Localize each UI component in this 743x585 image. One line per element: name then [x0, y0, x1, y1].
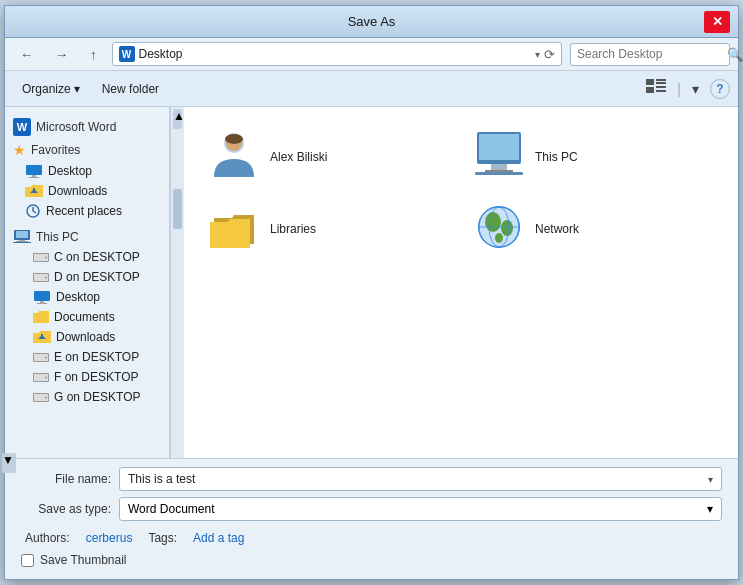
libraries-icon [208, 204, 260, 253]
svg-rect-15 [16, 231, 28, 238]
sidebar-item-documents[interactable]: Documents [5, 307, 169, 327]
content-item-alex[interactable]: Alex Biliski [200, 123, 457, 190]
svg-point-50 [501, 220, 513, 236]
sidebar-item-thispc[interactable]: This PC [5, 227, 169, 247]
sidebar-g-label: G on DESKTOP [54, 390, 140, 404]
address-text[interactable]: Desktop [139, 47, 532, 61]
sidebar-favorites-label: Favorites [31, 143, 80, 157]
drive-d-icon [33, 271, 49, 283]
sidebar-thispc-label: This PC [36, 230, 79, 244]
address-word-icon: W [119, 46, 135, 62]
add-tag-link[interactable]: Add a tag [193, 531, 244, 545]
svg-rect-18 [13, 242, 31, 243]
sidebar-item-desktop[interactable]: Desktop [5, 161, 169, 181]
svg-rect-25 [34, 291, 50, 301]
svg-line-13 [33, 211, 36, 213]
sidebar-e-label: E on DESKTOP [54, 350, 139, 364]
sidebar-item-f[interactable]: F on DESKTOP [5, 367, 169, 387]
scrollbar-thumb[interactable] [173, 189, 182, 229]
scrollbar-down-arrow[interactable]: ▼ [5, 453, 16, 458]
svg-rect-10 [33, 188, 35, 193]
svg-rect-29 [41, 334, 43, 339]
filename-input[interactable] [128, 472, 704, 486]
thumbnail-checkbox[interactable] [21, 554, 34, 567]
sidebar-f-label: F on DESKTOP [54, 370, 138, 384]
svg-rect-16 [19, 240, 25, 241]
drive-f-icon [33, 371, 49, 383]
favorites-star-icon: ★ [13, 142, 26, 158]
sidebar: W Microsoft Word ★ Favorites Desktop [5, 107, 170, 458]
organize-button[interactable]: Organize ▾ [13, 78, 89, 100]
sidebar-item-e[interactable]: E on DESKTOP [5, 347, 169, 367]
bottom-section: File name: ▾ Save as type: Word Document… [5, 458, 738, 579]
save-as-dialog: Save As ✕ ← → ↑ W Desktop ▾ ⟳ 🔍 Organize… [4, 5, 739, 580]
svg-rect-4 [656, 82, 666, 84]
svg-rect-2 [646, 87, 654, 93]
svg-point-21 [45, 257, 47, 259]
svg-point-51 [495, 233, 503, 243]
word-icon: W [13, 118, 31, 136]
drive-c-icon [33, 251, 49, 263]
drive-e-icon [33, 351, 49, 363]
content-item-libraries[interactable]: Libraries [200, 198, 457, 259]
savetype-select[interactable]: Word Document ▾ [119, 497, 722, 521]
sidebar-item-desktop2[interactable]: Desktop [5, 287, 169, 307]
search-input[interactable] [577, 47, 727, 61]
svg-rect-3 [656, 86, 666, 88]
up-button[interactable]: ↑ [83, 43, 104, 66]
address-refresh-icon[interactable]: ⟳ [544, 47, 555, 62]
savetype-chevron-icon: ▾ [707, 502, 713, 516]
svg-rect-6 [26, 165, 42, 175]
content-label-alex: Alex Biliski [270, 150, 327, 164]
content-label-network: Network [535, 222, 579, 236]
sidebar-item-word[interactable]: W Microsoft Word [5, 115, 169, 139]
recent-places-icon [25, 204, 41, 218]
menu-bar-right: | ▾ ? [639, 75, 730, 102]
svg-rect-27 [37, 303, 47, 304]
view-toggle-button[interactable]: ▾ [685, 77, 706, 101]
svg-point-24 [45, 277, 47, 279]
view-icon-button[interactable] [639, 75, 673, 102]
sidebar-downloads2-label: Downloads [56, 330, 115, 344]
desktop-monitor-icon [25, 165, 43, 178]
svg-rect-0 [646, 79, 654, 85]
authors-label: Authors: [25, 531, 70, 545]
content-item-thispc[interactable]: This PC [465, 123, 722, 190]
address-chevron-icon[interactable]: ▾ [535, 49, 540, 60]
sidebar-item-g[interactable]: G on DESKTOP [5, 387, 169, 407]
help-button[interactable]: ? [710, 79, 730, 99]
sidebar-d-label: D on DESKTOP [54, 270, 140, 284]
thumbnail-label[interactable]: Save Thumbnail [40, 553, 127, 567]
close-button[interactable]: ✕ [704, 11, 730, 33]
organize-chevron-icon: ▾ [74, 82, 80, 96]
desktop2-icon [33, 291, 51, 304]
content-label-libraries: Libraries [270, 222, 316, 236]
svg-rect-26 [40, 301, 44, 303]
scrollbar-up-arrow[interactable]: ▲ [173, 109, 182, 129]
sidebar-scrollbar[interactable]: ▲ ▼ [170, 107, 184, 458]
authors-value[interactable]: cerberus [86, 531, 133, 545]
svg-rect-5 [656, 90, 666, 92]
dialog-title: Save As [39, 14, 704, 29]
back-button[interactable]: ← [13, 43, 40, 66]
content-area: Alex Biliski This PC [184, 107, 738, 458]
filename-chevron-icon[interactable]: ▾ [708, 474, 713, 485]
sidebar-item-favorites[interactable]: ★ Favorites [5, 139, 169, 161]
sidebar-item-d[interactable]: D on DESKTOP [5, 267, 169, 287]
new-folder-button[interactable]: New folder [93, 78, 168, 100]
svg-rect-1 [656, 79, 666, 81]
sidebar-item-downloads2[interactable]: Downloads [5, 327, 169, 347]
computer-icon [473, 132, 525, 181]
authors-row: Authors: cerberus Tags: Add a tag [21, 527, 722, 549]
content-label-thispc: This PC [535, 150, 578, 164]
content-item-network[interactable]: Network [465, 198, 722, 259]
network-icon [473, 204, 525, 253]
savetype-label: Save as type: [21, 502, 111, 516]
forward-button[interactable]: → [48, 43, 75, 66]
sidebar-item-recent[interactable]: Recent places [5, 201, 169, 221]
sidebar-item-downloads[interactable]: Downloads [5, 181, 169, 201]
downloads-folder-icon [25, 184, 43, 198]
sidebar-documents-label: Documents [54, 310, 115, 324]
search-icon: 🔍 [727, 47, 743, 62]
sidebar-item-c[interactable]: C on DESKTOP [5, 247, 169, 267]
